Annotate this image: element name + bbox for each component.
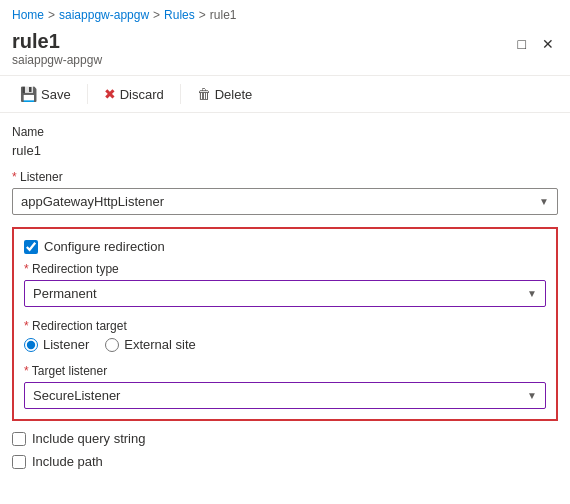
breadcrumb-rules-parent[interactable]: saiappgw-appgw [59, 8, 149, 22]
panel-header: rule1 saiappgw-appgw □ ✕ [0, 26, 570, 76]
redirection-type-dropdown[interactable]: Permanent ▼ [24, 280, 546, 307]
configure-redirection-label[interactable]: Configure redirection [44, 239, 165, 254]
configure-redirection-row: Configure redirection [24, 239, 546, 254]
breadcrumb-sep2: > [153, 8, 160, 22]
toolbar-separator-1 [87, 84, 88, 104]
name-field-group: Name rule1 [12, 125, 558, 158]
breadcrumb: Home > saiappgw-appgw > Rules > rule1 [0, 0, 570, 26]
save-icon: 💾 [20, 86, 37, 102]
listener-dropdown-value: appGatewayHttpListener [21, 194, 164, 209]
redirection-type-value: Permanent [33, 286, 97, 301]
listener-dropdown[interactable]: appGatewayHttpListener ▼ [12, 188, 558, 215]
external-site-radio-row: External site [105, 337, 196, 352]
close-button[interactable]: ✕ [538, 34, 558, 54]
breadcrumb-home[interactable]: Home [12, 8, 44, 22]
save-button[interactable]: 💾 Save [12, 82, 79, 106]
save-label: Save [41, 87, 71, 102]
content-area: Name rule1 Listener appGatewayHttpListen… [0, 113, 570, 489]
listener-field-group: Listener appGatewayHttpListener ▼ [12, 170, 558, 215]
breadcrumb-current: rule1 [210, 8, 237, 22]
target-listener-field-group: Target listener SecureListener ▼ [24, 364, 546, 409]
target-listener-value: SecureListener [33, 388, 120, 403]
delete-icon: 🗑 [197, 86, 211, 102]
listener-radio-row: Listener [24, 337, 89, 352]
include-path-checkbox[interactable] [12, 455, 26, 469]
listener-radio-input[interactable] [24, 338, 38, 352]
redirection-type-field-group: Redirection type Permanent ▼ [24, 262, 546, 307]
include-query-string-row: Include query string [12, 431, 558, 446]
panel-title-section: rule1 saiappgw-appgw [12, 30, 102, 67]
breadcrumb-sep1: > [48, 8, 55, 22]
listener-radio-label[interactable]: Listener [43, 337, 89, 352]
redirection-target-radio-group: Listener External site [24, 337, 546, 352]
delete-label: Delete [215, 87, 253, 102]
breadcrumb-rules[interactable]: Rules [164, 8, 195, 22]
redirection-type-chevron-icon: ▼ [527, 288, 537, 299]
panel-subtitle: saiappgw-appgw [12, 53, 102, 67]
delete-button[interactable]: 🗑 Delete [189, 82, 261, 106]
listener-label: Listener [12, 170, 558, 184]
target-listener-dropdown[interactable]: SecureListener ▼ [24, 382, 546, 409]
redirection-box: Configure redirection Redirection type P… [12, 227, 558, 421]
name-label: Name [12, 125, 558, 139]
external-site-radio-label[interactable]: External site [124, 337, 196, 352]
name-value: rule1 [12, 143, 558, 158]
include-query-string-checkbox[interactable] [12, 432, 26, 446]
include-query-string-label[interactable]: Include query string [32, 431, 145, 446]
toolbar-separator-2 [180, 84, 181, 104]
target-listener-label: Target listener [24, 364, 546, 378]
external-site-radio-input[interactable] [105, 338, 119, 352]
configure-redirection-checkbox[interactable] [24, 240, 38, 254]
target-listener-chevron-icon: ▼ [527, 390, 537, 401]
discard-icon: ✖ [104, 86, 116, 102]
redirection-type-label: Redirection type [24, 262, 546, 276]
listener-chevron-icon: ▼ [539, 196, 549, 207]
maximize-button[interactable]: □ [514, 34, 530, 54]
include-path-row: Include path [12, 454, 558, 469]
toolbar: 💾 Save ✖ Discard 🗑 Delete [0, 76, 570, 113]
panel-controls: □ ✕ [514, 34, 558, 54]
discard-button[interactable]: ✖ Discard [96, 82, 172, 106]
redirection-target-label: Redirection target [24, 319, 546, 333]
discard-label: Discard [120, 87, 164, 102]
redirection-target-field-group: Redirection target Listener External sit… [24, 319, 546, 352]
panel-title: rule1 [12, 30, 102, 53]
breadcrumb-sep3: > [199, 8, 206, 22]
include-path-label[interactable]: Include path [32, 454, 103, 469]
